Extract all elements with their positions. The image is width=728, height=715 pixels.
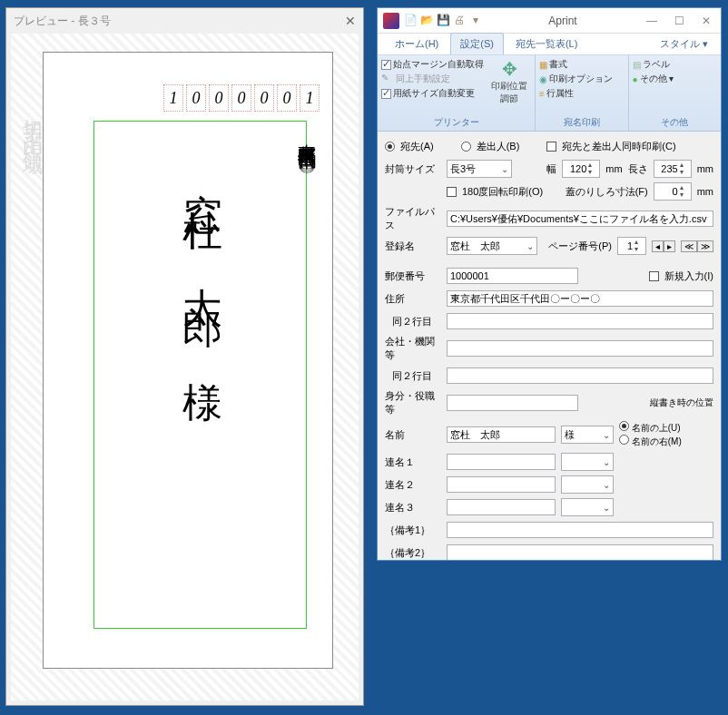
company-label: 会社・機関等 [385, 335, 441, 362]
remark2-input[interactable] [447, 544, 713, 560]
filepath-label: ファイルパス [385, 205, 441, 232]
new-input-checkbox[interactable] [649, 271, 659, 281]
tab-home[interactable]: ホーム(H) [385, 33, 448, 54]
ribbon: 始点マージン自動取得 ✎同上手動設定 用紙サイズ自動変更 ✥ 印刷位置 調節 プ… [378, 55, 721, 132]
open-icon[interactable]: 📂 [419, 14, 434, 28]
env-size-select[interactable]: 長3号 [447, 160, 512, 178]
length-input[interactable]: ▴▾ [654, 160, 692, 178]
remark1-input[interactable] [447, 522, 713, 538]
remark1-label: ｛備考1｝ [385, 524, 441, 537]
radio-above[interactable] [619, 421, 629, 431]
vert-pos-label: 縦書き時の位置 [650, 397, 713, 409]
tab-list[interactable]: 宛先一覧表(L) [506, 33, 587, 54]
preview-name: 窓杜 太郎 様 [175, 162, 229, 368]
renmei2-input[interactable] [447, 476, 556, 493]
page-nav-buttons[interactable]: ◂▸ [652, 240, 675, 252]
style-menu[interactable]: スタイル ▾ [654, 34, 713, 54]
radio-sender-label: 差出人(B) [477, 140, 520, 153]
postal-digit: 0 [231, 84, 251, 112]
address-input[interactable] [447, 290, 713, 307]
margin-auto-checkbox[interactable]: 始点マージン自動取得 [381, 58, 484, 71]
envelope-preview: 切手 消印 領域 1 0 0 0 0 0 1 東京都千代田区千代田〇ー〇ー〇 窓… [43, 52, 333, 669]
renmei1-honor-select[interactable] [561, 453, 614, 471]
form-body: 宛先(A) 差出人(B) 宛先と差出人同時印刷(C) 封筒サイズ 長3号 幅 ▴… [378, 132, 721, 560]
dropdown-icon[interactable]: ▾ [468, 14, 483, 28]
regname-label: 登録名 [385, 240, 441, 253]
close-icon[interactable]: ✕ [345, 14, 356, 28]
address-line2-input[interactable] [447, 313, 713, 329]
name-input[interactable] [447, 426, 556, 443]
print-position-button[interactable]: ✥ 印刷位置 調節 [487, 58, 531, 105]
line2-label: 同２行目 [385, 315, 441, 328]
others-button[interactable]: ●その他 ▾ [633, 73, 718, 85]
postal-digit: 0 [209, 84, 229, 112]
radio-sender[interactable] [461, 142, 471, 152]
postal-input[interactable] [447, 268, 578, 284]
length-label: 長さ [628, 162, 648, 176]
postal-digit: 0 [186, 84, 206, 112]
postal-code-boxes: 1 0 0 0 0 0 1 [163, 84, 320, 112]
minimize-icon[interactable]: — [643, 15, 661, 27]
role-input[interactable] [447, 395, 578, 411]
radio-right[interactable] [619, 435, 629, 445]
filepath-input[interactable] [447, 211, 713, 227]
maximize-icon[interactable]: ☐ [670, 15, 688, 27]
page-input[interactable]: ▴▾ [617, 237, 646, 255]
move-icon: ✥ [502, 58, 517, 80]
radio-recipient-label: 宛先(A) [400, 140, 434, 153]
env-size-label: 封筒サイズ [385, 162, 441, 176]
ribbon-label-other: その他 [633, 114, 718, 131]
close-icon[interactable]: ✕ [697, 15, 715, 27]
postal-digit: 0 [277, 84, 297, 112]
new-icon[interactable]: 📄 [403, 14, 418, 28]
renmei2-honor-select[interactable] [561, 475, 614, 494]
glue-input[interactable]: ▴▾ [654, 182, 692, 201]
preview-title-text: プレビュー - 長３号 [14, 14, 111, 29]
width-input[interactable]: ▴▾ [562, 160, 600, 178]
address-label: 住所 [385, 292, 441, 306]
rotate-checkbox[interactable] [447, 187, 457, 197]
glue-label: 蓋のりしろ寸法(F) [566, 185, 648, 199]
tab-settings[interactable]: 設定(S) [450, 33, 504, 54]
ribbon-group-other: ▤ラベル ●その他 ▾ その他 [629, 55, 722, 131]
labels-button[interactable]: ▤ラベル [633, 58, 718, 71]
stamp-area-label: 切手 消印 領域 [21, 103, 44, 142]
preview-body: 切手 消印 領域 1 0 0 0 0 0 1 東京都千代田区千代田〇ー〇ー〇 窓… [11, 34, 359, 700]
postal-digit: 1 [300, 84, 320, 112]
manual-setting[interactable]: ✎同上手動設定 [381, 73, 484, 85]
renmei1-label: 連名１ [385, 455, 441, 469]
new-input-label: 新規入力(I) [664, 269, 713, 283]
name-label: 名前 [385, 428, 441, 442]
print-icon[interactable]: 🖨 [452, 14, 467, 28]
rotate-label: 180度回転印刷(O) [462, 185, 543, 199]
ribbon-label-atena: 宛名印刷 [539, 114, 625, 131]
renmei3-honor-select[interactable] [561, 498, 614, 516]
app-titlebar: 📄 📂 💾 🖨 ▾ Aprint — ☐ ✕ [378, 8, 721, 34]
row-attrs-button[interactable]: ≡行属性 [539, 87, 625, 100]
ribbon-tabs: ホーム(H) 設定(S) 宛先一覧表(L) スタイル ▾ [378, 34, 721, 55]
regname-select[interactable]: 窓杜 太郎 [447, 237, 537, 255]
renmei1-input[interactable] [447, 454, 556, 470]
company-line2-input[interactable] [447, 367, 713, 384]
save-icon[interactable]: 💾 [436, 14, 450, 28]
paper-auto-checkbox[interactable]: 用紙サイズ自動変更 [381, 87, 484, 100]
page-first-last-buttons[interactable]: ≪≫ [681, 240, 713, 252]
quick-access-toolbar: 📄 📂 💾 🖨 ▾ [403, 14, 483, 28]
postal-label: 郵便番号 [385, 269, 441, 283]
remark2-label: ｛備考2｝ [385, 546, 441, 560]
preview-window: プレビュー - 長３号 ✕ 切手 消印 領域 1 0 0 0 0 0 1 東京都… [5, 7, 364, 706]
format-button[interactable]: ▦書式 [539, 58, 625, 71]
company-input[interactable] [447, 340, 713, 357]
print-options-button[interactable]: ◉印刷オプション [539, 73, 625, 85]
postal-digit: 0 [254, 84, 274, 112]
app-logo-icon [383, 13, 399, 29]
renmei3-input[interactable] [447, 499, 556, 515]
honorific-select[interactable]: 様 [561, 426, 614, 444]
app-window: 📄 📂 💾 🖨 ▾ Aprint — ☐ ✕ ホーム(H) 設定(S) 宛先一覧… [377, 7, 722, 561]
postal-digit: 1 [163, 84, 183, 112]
preview-address: 東京都千代田区千代田〇ー〇ー〇 [295, 130, 320, 143]
renmei2-label: 連名２ [385, 478, 441, 492]
radio-recipient[interactable] [385, 142, 395, 152]
page-label: ページ番号(P) [548, 240, 612, 253]
checkbox-both[interactable] [546, 142, 556, 152]
